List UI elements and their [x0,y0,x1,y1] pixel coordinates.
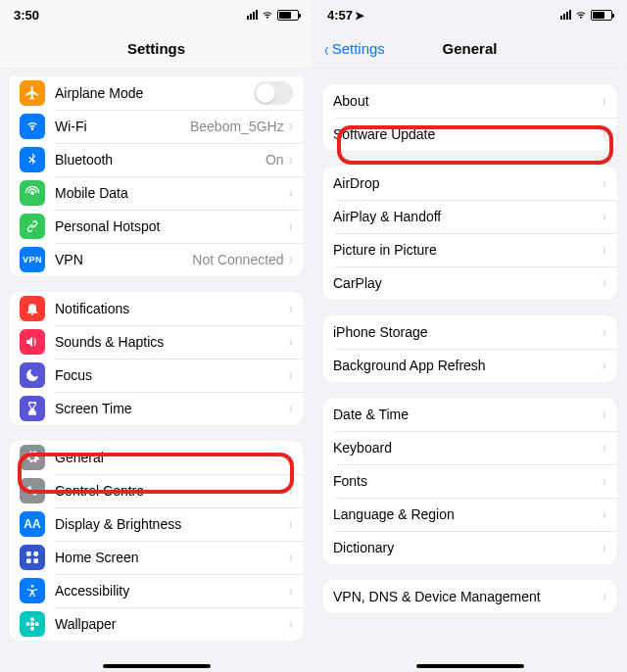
row-dictionary[interactable]: Dictionary› [323,531,616,564]
row-label: Software Update [333,126,602,142]
status-time: 4:57➤ [327,8,364,23]
row-background-app-refresh[interactable]: Background App Refresh› [323,349,616,382]
row-iphone-storage[interactable]: iPhone Storage› [323,315,616,349]
home-indicator[interactable] [416,664,524,668]
vpn-icon: VPN [20,247,45,272]
chevron-right-icon: › [289,217,292,235]
row-software-update[interactable]: Software Update › [323,118,616,151]
cellular-icon [247,10,258,20]
chevron-right-icon: › [603,323,605,341]
row-mobile-data[interactable]: Mobile Data › [10,176,303,210]
row-label: Date & Time [333,407,602,422]
chevron-right-icon: › [603,274,605,292]
row-label: Keyboard [333,440,602,456]
row-label: Display & Brightness [55,516,288,532]
chevron-left-icon: ‹ [324,39,328,59]
nav-title: General [443,40,498,57]
row-label: Focus [55,367,288,383]
row-picture-in-picture[interactable]: Picture in Picture› [323,233,616,266]
row-notifications[interactable]: Notifications › [10,292,303,325]
chevron-right-icon: › [603,241,605,259]
row-label: Fonts [333,473,602,489]
chevron-right-icon: › [289,549,292,566]
row-control-centre[interactable]: Control Centre › [10,474,303,507]
row-screen-time[interactable]: Screen Time › [10,392,303,425]
row-sounds[interactable]: Sounds & Haptics › [10,325,303,359]
text-size-icon: AA [20,511,45,537]
row-label: VPN, DNS & Device Management [333,589,602,604]
row-carplay[interactable]: CarPlay› [323,266,616,300]
general-pane: 4:57➤ ‹ Settings General About › Softwar… [314,0,627,672]
row-airdrop[interactable]: AirDrop› [323,167,616,200]
row-label: VPN [55,252,192,267]
svg-rect-3 [33,552,38,556]
group-services: AirDrop› AirPlay & Handoff› Picture in P… [323,167,616,300]
gear-icon [20,445,45,470]
row-label: Notifications [55,301,288,316]
bell-icon [20,296,45,321]
row-focus[interactable]: Focus › [10,359,303,392]
chevron-right-icon: › [603,472,605,490]
group-system: Date & Time› Keyboard› Fonts› Language &… [323,398,616,564]
settings-scroll[interactable]: Airplane Mode Wi-Fi Beebom_5GHz › Blueto… [0,69,313,672]
home-indicator[interactable] [103,664,211,668]
nav-title: Settings [127,40,185,57]
row-accessibility[interactable]: Accessibility › [10,574,303,607]
row-label: AirPlay & Handoff [333,209,602,224]
sliders-icon [20,478,45,504]
row-about[interactable]: About › [323,84,616,118]
row-fonts[interactable]: Fonts› [323,464,616,498]
group-about: About › Software Update › [323,84,616,151]
battery-icon [591,10,612,21]
accessibility-icon [20,578,45,603]
chevron-right-icon: › [603,208,605,225]
row-language-region[interactable]: Language & Region› [323,498,616,531]
chevron-right-icon: › [289,449,292,466]
row-label: Control Centre [55,483,288,499]
row-airplay-handoff[interactable]: AirPlay & Handoff› [323,200,616,233]
row-label: Mobile Data [55,185,288,201]
wifi-settings-icon [20,114,45,139]
chevron-right-icon: › [603,539,605,556]
row-vpn-device-management[interactable]: VPN, DNS & Device Management› [323,580,616,613]
row-label: Bluetooth [55,152,265,168]
row-general[interactable]: General › [10,441,303,474]
row-label: Personal Hotspot [55,218,288,234]
svg-point-6 [31,585,34,588]
nav-bar: ‹ Settings General [314,29,626,69]
row-label: Wallpaper [55,616,288,632]
row-wallpaper[interactable]: Wallpaper › [10,607,303,641]
back-button[interactable]: ‹ Settings [323,39,385,59]
row-personal-hotspot[interactable]: Personal Hotspot › [10,210,303,243]
row-keyboard[interactable]: Keyboard› [323,431,616,464]
row-vpn[interactable]: VPN VPN Not Connected › [10,243,303,276]
group-general: General › Control Centre › AA Display & … [10,441,303,641]
row-label: Wi-Fi [55,119,190,134]
row-bluetooth[interactable]: Bluetooth On › [10,143,303,176]
row-label: Sounds & Haptics [55,334,288,350]
row-label: CarPlay [333,275,602,291]
svg-point-7 [30,622,34,626]
chevron-right-icon: › [603,588,605,605]
row-value: On [265,152,284,168]
row-value: Not Connected [192,252,283,267]
row-airplane-mode[interactable]: Airplane Mode [10,76,303,110]
speaker-icon [20,329,45,355]
row-wifi[interactable]: Wi-Fi Beebom_5GHz › [10,110,303,143]
chevron-right-icon: › [289,300,292,317]
wifi-icon [574,10,588,20]
row-display-brightness[interactable]: AA Display & Brightness › [10,507,303,541]
status-bar: 3:50 [0,0,313,29]
row-home-screen[interactable]: Home Screen › [10,541,303,574]
row-label: About [333,93,602,109]
general-scroll[interactable]: About › Software Update › AirDrop› AirPl… [314,69,626,672]
group-notifications: Notifications › Sounds & Haptics › Focus… [10,292,303,425]
row-label: General [55,450,288,465]
svg-rect-5 [33,558,38,563]
row-label: Airplane Mode [55,85,254,101]
row-date-time[interactable]: Date & Time› [323,398,616,431]
chevron-right-icon: › [289,515,292,533]
group-storage: iPhone Storage› Background App Refresh› [323,315,616,382]
airplane-switch[interactable] [254,81,293,105]
chevron-right-icon: › [603,92,605,110]
